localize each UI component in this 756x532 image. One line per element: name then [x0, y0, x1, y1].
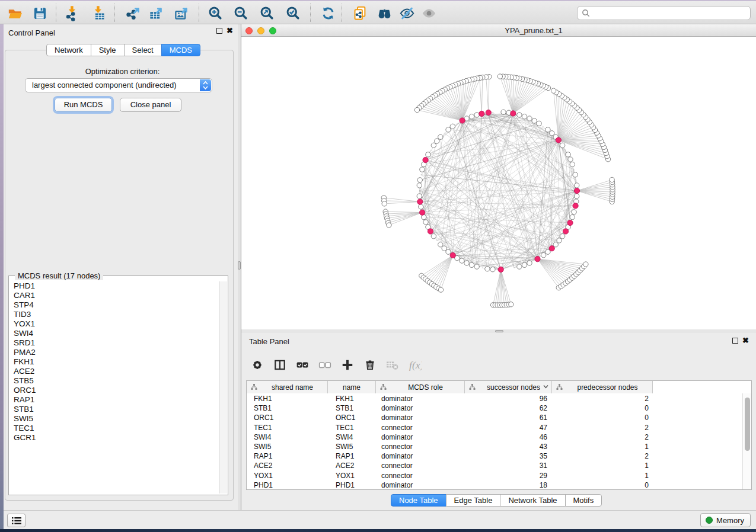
- splitter-grip[interactable]: [238, 261, 241, 270]
- import-network-button[interactable]: [62, 4, 82, 22]
- table-row[interactable]: FKH1FKH1dominator962: [247, 394, 742, 403]
- list-item[interactable]: PHD1: [10, 281, 219, 291]
- list-item[interactable]: STP4: [10, 300, 219, 310]
- table-row[interactable]: ACE2ACE2connector311: [247, 461, 742, 470]
- open-session-button[interactable]: [5, 4, 25, 22]
- cell-shared-name: PHD1: [247, 481, 328, 489]
- table-row[interactable]: RAP1RAP1dominator352: [247, 451, 742, 461]
- column-header-MCDS-role[interactable]: MCDS role: [376, 381, 465, 393]
- column-header-name[interactable]: name: [328, 381, 376, 393]
- column-settings-button[interactable]: [246, 355, 269, 375]
- zoom-out-button[interactable]: [231, 4, 251, 22]
- export-network-button[interactable]: [123, 4, 143, 22]
- search-input[interactable]: [590, 7, 750, 19]
- tab-network[interactable]: Network: [46, 44, 91, 56]
- table-row[interactable]: YOX1YOX1connector291: [247, 471, 742, 480]
- criterion-value: largest connected component (undirected): [32, 81, 177, 89]
- toolbar-separator: [342, 4, 342, 22]
- first-neighbors-button[interactable]: [374, 4, 394, 22]
- list-item[interactable]: STB5: [10, 376, 219, 386]
- column-header-successor-nodes[interactable]: successor nodes: [465, 381, 552, 393]
- list-item[interactable]: SRD1: [10, 338, 219, 348]
- mcds-list-scrollbar[interactable]: [219, 281, 227, 493]
- memory-button[interactable]: Memory: [700, 513, 751, 527]
- zoom-selected-button[interactable]: [283, 4, 303, 22]
- maximize-window-icon[interactable]: [269, 27, 276, 34]
- mcds-result-list[interactable]: PHD1CAR1STP4TID3YOX1SWI4SRD1PMA2FKH1ACE2…: [10, 281, 219, 493]
- refresh-layout-button[interactable]: [318, 4, 338, 22]
- criterion-dropdown[interactable]: largest connected component (undirected): [25, 78, 212, 92]
- tab-edge-table[interactable]: Edge Table: [446, 494, 501, 507]
- scrollbar-thumb[interactable]: [745, 398, 750, 451]
- table-row[interactable]: TEC1TEC1connector472: [247, 423, 742, 432]
- run-mcds-button[interactable]: Run MCDS: [55, 98, 112, 112]
- list-item[interactable]: SWI5: [10, 414, 219, 424]
- delete-column-icon: [363, 358, 377, 371]
- table-scrollbar[interactable]: [742, 393, 751, 489]
- network-window-titlebar[interactable]: YPA_prune.txt_1: [241, 24, 756, 37]
- first-neighbors-icon: [377, 5, 393, 21]
- list-item[interactable]: PMA2: [10, 348, 219, 357]
- add-column-button[interactable]: [336, 355, 359, 375]
- table-row[interactable]: SWI5SWI5connector431: [247, 442, 742, 451]
- hide-selected-button[interactable]: [397, 4, 417, 22]
- export-image-button[interactable]: [171, 4, 192, 22]
- close-panel-icon[interactable]: ✖: [227, 28, 233, 34]
- list-item[interactable]: YOX1: [10, 319, 219, 329]
- list-item[interactable]: TEC1: [10, 424, 219, 433]
- cell-name: RAP1: [328, 452, 376, 460]
- splitter-grip[interactable]: [495, 330, 503, 332]
- zoom-fit-icon: [259, 5, 275, 21]
- import-table-icon: [91, 5, 107, 21]
- column-header-shared-name[interactable]: shared name: [247, 381, 328, 393]
- float-panel-icon[interactable]: [732, 338, 738, 344]
- select-all-rows-button[interactable]: [291, 355, 314, 375]
- list-item[interactable]: TID3: [10, 310, 219, 319]
- zoom-in-button[interactable]: [205, 4, 225, 22]
- save-session-button[interactable]: [30, 4, 50, 22]
- cell-predecessor-nodes: 0: [552, 404, 653, 412]
- show-columns-button[interactable]: [269, 355, 291, 375]
- tab-node-table[interactable]: Node Table: [391, 494, 446, 507]
- close-panel-button[interactable]: Close panel: [120, 98, 181, 112]
- list-item[interactable]: RAP1: [10, 395, 219, 405]
- show-all-button[interactable]: [419, 4, 439, 22]
- close-panel-icon[interactable]: ✖: [742, 338, 749, 344]
- float-panel-icon[interactable]: [216, 28, 222, 34]
- cell-MCDS-role: dominator: [376, 404, 465, 412]
- table-row[interactable]: PHD1PHD1dominator180: [247, 480, 742, 489]
- import-table-button[interactable]: [88, 4, 109, 22]
- tab-network-table[interactable]: Network Table: [500, 494, 565, 507]
- column-header-predecessor-nodes[interactable]: predecessor nodes: [552, 381, 653, 393]
- list-item[interactable]: ACE2: [10, 367, 219, 376]
- delete-column-button[interactable]: [359, 355, 381, 375]
- control-panel: Control Panel ✖ NetworkStyleSelectMCDS O…: [4, 24, 241, 510]
- list-item[interactable]: GCR1: [10, 433, 219, 443]
- cell-MCDS-role: dominator: [376, 452, 465, 460]
- network-window-title: YPA_prune.txt_1: [505, 26, 562, 35]
- search-box[interactable]: [577, 6, 751, 20]
- list-item[interactable]: ORC1: [10, 386, 219, 395]
- cell-shared-name: SWI4: [247, 433, 328, 441]
- cell-shared-name: RAP1: [247, 452, 328, 460]
- network-canvas[interactable]: [241, 37, 756, 329]
- tab-motifs[interactable]: Motifs: [565, 494, 602, 507]
- tab-style[interactable]: Style: [91, 44, 125, 56]
- tab-mcds[interactable]: MCDS: [161, 44, 200, 56]
- table-row[interactable]: ORC1ORC1dominator610: [247, 413, 742, 422]
- export-table-button[interactable]: [146, 4, 166, 22]
- list-item[interactable]: STB1: [10, 405, 219, 414]
- duplicate-network-button[interactable]: [350, 4, 370, 22]
- zoom-fit-button[interactable]: [257, 4, 277, 22]
- close-window-icon[interactable]: [245, 27, 253, 34]
- tab-select[interactable]: Select: [124, 44, 162, 56]
- table-row[interactable]: SWI4SWI4dominator462: [247, 432, 742, 442]
- show-panels-button[interactable]: [7, 514, 25, 527]
- list-item[interactable]: CAR1: [10, 291, 219, 300]
- table-row[interactable]: STB1STB1dominator620: [247, 403, 742, 413]
- cell-name: TEC1: [328, 424, 376, 432]
- minimize-window-icon[interactable]: [257, 27, 264, 34]
- list-item[interactable]: SWI4: [10, 329, 219, 338]
- list-item[interactable]: FKH1: [10, 357, 219, 367]
- deselect-all-rows-icon: [318, 358, 331, 371]
